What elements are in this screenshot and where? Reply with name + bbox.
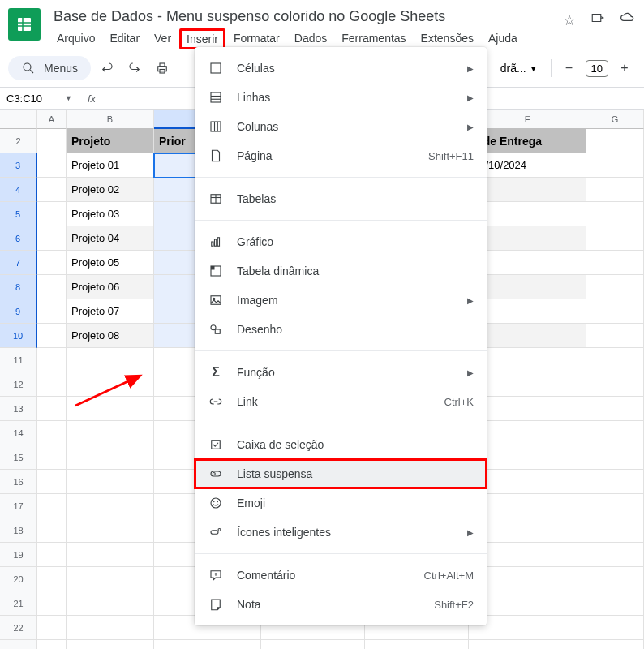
cell-B15[interactable] [67, 445, 154, 470]
cell-A17[interactable] [37, 494, 67, 518]
row-header-7[interactable]: 7 [0, 251, 37, 275]
cell-G16[interactable] [586, 470, 644, 494]
redo-button[interactable] [123, 57, 146, 80]
cell-B22[interactable] [67, 616, 154, 640]
cell-A19[interactable] [37, 543, 67, 567]
cell-G20[interactable] [586, 567, 644, 591]
cell-G17[interactable] [586, 494, 644, 518]
cell-B18[interactable] [67, 518, 154, 543]
cell-G6[interactable] [586, 226, 644, 251]
cell-G23[interactable] [586, 640, 644, 649]
cell-G12[interactable] [586, 372, 644, 397]
cell-B23[interactable] [67, 640, 154, 649]
row-header-10[interactable]: 10 [0, 324, 37, 348]
menu-item-pivot[interactable]: Tabela dinâmica [195, 256, 487, 286]
menu-arquivo[interactable]: Arquivo [50, 28, 101, 49]
font-select[interactable]: drã...▼ [494, 58, 544, 78]
cell-E23[interactable] [365, 640, 469, 649]
cell-G21[interactable] [586, 591, 644, 616]
menu-item-dropdown[interactable]: Lista suspensa [195, 459, 487, 488]
cell-A15[interactable] [37, 445, 67, 470]
cell-B9[interactable]: Projeto 07 [67, 299, 154, 324]
cell-F23[interactable] [469, 640, 586, 649]
name-box[interactable]: C3:C10 ▼ [0, 88, 79, 109]
menu-ajuda[interactable]: Ajuda [482, 28, 524, 49]
cell-G8[interactable] [586, 275, 644, 299]
cell-G4[interactable] [586, 178, 644, 202]
cell-A8[interactable] [37, 275, 67, 299]
row-header-9[interactable]: 9 [0, 299, 37, 324]
cell-G18[interactable] [586, 518, 644, 543]
move-icon[interactable] [590, 11, 605, 29]
cell-A9[interactable] [37, 299, 67, 324]
menu-item-note[interactable]: NotaShift+F2 [195, 590, 487, 619]
cell-B3[interactable]: Projeto 01 [67, 153, 154, 178]
cell-A20[interactable] [37, 567, 67, 591]
col-header-G[interactable]: G [586, 110, 644, 129]
row-header-16[interactable]: 16 [0, 470, 37, 494]
menu-item-chart[interactable]: Gráfico [195, 227, 487, 256]
row-header-2[interactable]: 2 [0, 129, 37, 153]
row-header-17[interactable]: 17 [0, 494, 37, 518]
menu-item-page[interactable]: PáginaShift+F11 [195, 141, 487, 170]
cell-B12[interactable] [67, 372, 154, 397]
row-header-13[interactable]: 13 [0, 397, 37, 421]
zoom-out-button[interactable]: − [558, 57, 581, 80]
cell-B14[interactable] [67, 421, 154, 445]
menu-item-smart[interactable]: Ícones inteligentes▶ [195, 518, 487, 547]
row-header-21[interactable]: 21 [0, 591, 37, 616]
cell-A7[interactable] [37, 251, 67, 275]
star-icon[interactable]: ☆ [563, 11, 576, 29]
cell-A5[interactable] [37, 202, 67, 226]
cell-A13[interactable] [37, 397, 67, 421]
cell-A4[interactable] [37, 178, 67, 202]
cell-B20[interactable] [67, 567, 154, 591]
select-all-corner[interactable] [0, 110, 37, 129]
cell-G15[interactable] [586, 445, 644, 470]
menu-item-comment[interactable]: ComentárioCtrl+Alt+M [195, 561, 487, 590]
cell-G19[interactable] [586, 543, 644, 567]
cell-A10[interactable] [37, 324, 67, 348]
row-header-19[interactable]: 19 [0, 543, 37, 567]
cell-G22[interactable] [586, 616, 644, 640]
cell-B8[interactable]: Projeto 06 [67, 275, 154, 299]
cell-B10[interactable]: Projeto 08 [67, 324, 154, 348]
row-header-23[interactable]: 23 [0, 640, 37, 649]
cell-B16[interactable] [67, 470, 154, 494]
row-header-11[interactable]: 11 [0, 348, 37, 372]
menu-item-image[interactable]: Imagem▶ [195, 286, 487, 315]
col-header-B[interactable]: B [67, 110, 154, 129]
menu-item-rows[interactable]: Linhas▶ [195, 83, 487, 112]
cell-B7[interactable]: Projeto 05 [67, 251, 154, 275]
menu-item-emoji[interactable]: Emoji [195, 488, 487, 518]
cell-B21[interactable] [67, 591, 154, 616]
cell-G9[interactable] [586, 299, 644, 324]
cell-B13[interactable] [67, 397, 154, 421]
print-button[interactable] [151, 57, 174, 80]
cell-G14[interactable] [586, 421, 644, 445]
cell-G2[interactable] [586, 129, 644, 153]
sheets-logo[interactable] [8, 8, 41, 41]
zoom-value[interactable]: 10 [586, 60, 608, 77]
row-header-3[interactable]: 3 [0, 153, 37, 178]
row-header-15[interactable]: 15 [0, 445, 37, 470]
row-header-18[interactable]: 18 [0, 518, 37, 543]
row-header-4[interactable]: 4 [0, 178, 37, 202]
cell-A12[interactable] [37, 372, 67, 397]
menu-item-checkbox[interactable]: Caixa de seleção [195, 430, 487, 459]
menu-item-columns[interactable]: Colunas▶ [195, 112, 487, 141]
cell-A21[interactable] [37, 591, 67, 616]
cell-A22[interactable] [37, 616, 67, 640]
cell-C23[interactable] [154, 640, 261, 649]
cell-B6[interactable]: Projeto 04 [67, 226, 154, 251]
row-header-5[interactable]: 5 [0, 202, 37, 226]
cell-A6[interactable] [37, 226, 67, 251]
cell-B5[interactable]: Projeto 03 [67, 202, 154, 226]
row-header-20[interactable]: 20 [0, 567, 37, 591]
cell-B2[interactable]: Projeto [67, 129, 154, 153]
cell-B11[interactable] [67, 348, 154, 372]
menu-item-function[interactable]: ΣFunção▶ [195, 358, 487, 387]
cell-B4[interactable]: Projeto 02 [67, 178, 154, 202]
undo-button[interactable] [96, 57, 118, 80]
row-header-8[interactable]: 8 [0, 275, 37, 299]
